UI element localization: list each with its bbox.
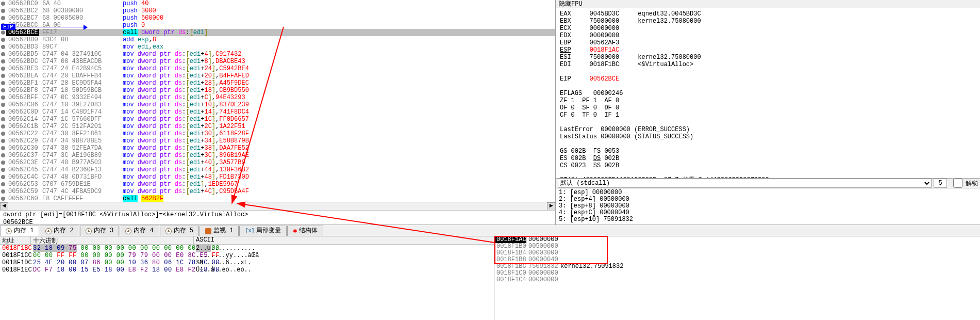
asm-row[interactable]: 00562C30C747 38 52FEA7DAmov dword ptr ds… [0, 145, 555, 152]
breakpoint-gutter[interactable] [0, 7, 6, 14]
stack-pane[interactable]: 0018F1AC000000000018F1B0005000000018F1B4… [494, 236, 980, 320]
dump-row[interactable]: 0018F1ECDC F7 18 00 15 E5 18 00 E8 F2 18… [0, 266, 494, 274]
asm-row[interactable]: 00562C06C747 10 39E27D83mov dword ptr ds… [0, 101, 555, 108]
memory-dump-pane[interactable]: 地址 十六进制 ASCII 0018F1BC32 18 09 75 00 00 … [0, 236, 494, 320]
asm-row[interactable]: 00562BCEFF17call dword ptr ds:[edi] [0, 29, 555, 36]
asm-row[interactable]: 00562C14C747 1C 57660DFFmov dword ptr ds… [0, 116, 555, 123]
asm-bytes: C747 3C AE196B89 [39, 152, 120, 159]
stack-row[interactable]: 0018F1C400000000 [494, 277, 980, 283]
asm-row[interactable]: 00562C45C747 44 B2360F13mov dword ptr ds… [0, 166, 555, 173]
asm-row[interactable]: 00562BC268 00300000push 3000 [0, 7, 555, 14]
breakpoint-gutter[interactable] [0, 108, 6, 116]
tab-内存 1[interactable]: 内存 1 [0, 226, 39, 236]
asm-row[interactable]: 00562C3EC747 40 B977A503mov dword ptr ds… [0, 159, 555, 166]
breakpoint-gutter[interactable] [0, 137, 6, 145]
breakpoint-gutter[interactable] [0, 87, 6, 94]
call-args-list[interactable]: 1: [esp] 000000002: [esp+4] 005000003: [… [556, 188, 980, 225]
breakpoint-gutter[interactable] [0, 79, 6, 87]
tab-局部变量[interactable]: [x]局部变量 [239, 226, 287, 236]
tab-内存 2[interactable]: 内存 2 [40, 226, 79, 236]
tab-结构体[interactable]: ✱结构体 [287, 226, 323, 236]
dump-row[interactable]: 0018F1CC00 00 FF FF 00 00 00 00 79 79 00… [0, 252, 494, 259]
breakpoint-gutter[interactable] [0, 145, 6, 152]
asm-row[interactable]: 00562BEAC747 20 EDAFFFB4mov dword ptr ds… [0, 72, 555, 79]
tab-label: 监视 1 [213, 226, 233, 236]
breakpoint-gutter[interactable] [0, 94, 6, 101]
dump-col-hex[interactable]: 十六进制 [31, 236, 194, 244]
breakpoint-gutter[interactable] [0, 188, 6, 195]
scroll-right-button[interactable]: ► [547, 202, 555, 211]
breakpoint-gutter[interactable] [0, 173, 6, 181]
stack-row[interactable]: 0018F1B400003000 [494, 250, 980, 257]
stack-row[interactable]: 0018F1C000000000 [494, 270, 980, 277]
dump-col-addr[interactable]: 地址 [0, 236, 31, 244]
scroll-track[interactable] [8, 202, 547, 210]
tab-监视 1[interactable]: 监视 1 [200, 226, 239, 236]
breakpoint-gutter[interactable] [0, 72, 6, 79]
asm-row[interactable]: 00562BF1C747 28 EC9D5FA4mov dword ptr ds… [0, 79, 555, 87]
asm-row[interactable]: 00562C60E8 CAFEFFFFcall 562B2F [0, 195, 555, 202]
asm-row[interactable]: 00562C0DC747 14 C48D1F74mov dword ptr ds… [0, 108, 555, 116]
asm-bytes: C747 1C 57660DFF [39, 116, 120, 123]
asm-row[interactable]: 00562BF8C747 18 50D59BCBmov dword ptr ds… [0, 87, 555, 94]
call-convention-select[interactable]: 默认 (stdcall) [558, 179, 932, 188]
asm-address: 00562BFF [6, 94, 39, 101]
breakpoint-gutter[interactable] [0, 0, 6, 7]
asm-row[interactable]: 00562C37C747 3C AE196B89mov dword ptr ds… [0, 152, 555, 159]
call-arg[interactable]: 5: [esp+10] 75091832 [559, 216, 977, 223]
asm-row[interactable]: 00562C1BC747 2C 512FA201mov dword ptr ds… [0, 123, 555, 130]
stack-row[interactable]: 0018F1AC00000000 [494, 236, 980, 243]
unlock-checkbox[interactable]: 解锁 [949, 179, 978, 188]
stack-row[interactable]: 0018F1B000500000 [494, 243, 980, 250]
breakpoint-gutter[interactable] [0, 152, 6, 159]
breakpoint-gutter[interactable] [0, 58, 6, 65]
asm-row[interactable]: 00562BC768 00005000push 500000 [0, 14, 555, 22]
breakpoint-gutter[interactable] [0, 159, 6, 166]
breakpoint-gutter[interactable] [0, 123, 6, 130]
breakpoint-gutter[interactable] [0, 36, 6, 43]
tab-内存 5[interactable]: 内存 5 [160, 226, 199, 236]
fpu-toggle[interactable]: 隐藏FPU [556, 0, 980, 8]
asm-row[interactable]: 00562BE3C747 24 E42B94C5mov dword ptr ds… [0, 65, 555, 72]
stack-row[interactable]: 0018F1BC75091832kernel32.75091832 [494, 263, 980, 270]
info-bar: dword ptr [edi]=[0018F1BC <&VirtualAlloc… [0, 210, 555, 225]
registers-view[interactable]: EAX 0045BD3C eqnedt32.0045BD3CEBX 750800… [556, 8, 980, 178]
locals-icon: [x] [245, 226, 254, 236]
breakpoint-gutter[interactable] [0, 195, 6, 202]
asm-bytes: C747 48 0D731BFD [39, 173, 120, 181]
breakpoint-gutter[interactable] [0, 130, 6, 137]
asm-row[interactable]: 00562BD5C747 04 3274910Cmov dword ptr ds… [0, 51, 555, 58]
asm-address: 00562C37 [6, 152, 39, 159]
dump-row[interactable]: 0018F1DC25 4E 20 00 07 86 00 00 10 36 80… [0, 259, 494, 266]
breakpoint-gutter[interactable] [0, 116, 6, 123]
asm-row[interactable]: 00562BDCC747 08 43BEACDBmov dword ptr ds… [0, 58, 555, 65]
asm-row[interactable]: 00562BFFC747 0C 9332E494mov dword ptr ds… [0, 94, 555, 101]
asm-instruction: mov dword ptr ds:[edi+44],130F36B2 [120, 166, 555, 173]
asm-row[interactable]: 00562BC06A 40push 40 [0, 0, 555, 7]
breakpoint-gutter[interactable] [0, 43, 6, 51]
asm-row[interactable]: 00562C4CC747 48 0D731BFDmov dword ptr ds… [0, 173, 555, 181]
asm-row[interactable]: 00562BD389C7mov edi,eax [0, 43, 555, 51]
tab-内存 4[interactable]: 内存 4 [120, 226, 159, 236]
breakpoint-gutter[interactable] [0, 101, 6, 108]
tab-内存 3[interactable]: 内存 3 [80, 226, 119, 236]
asm-row[interactable]: 00562BD083C4 08add esp,8 [0, 36, 555, 43]
breakpoint-gutter[interactable] [0, 181, 6, 188]
dump-row[interactable]: 0018F1BC32 18 09 75 00 00 00 00 00 00 00… [0, 245, 494, 252]
breakpoint-gutter[interactable] [0, 51, 6, 58]
scroll-left-button[interactable]: ◄ [0, 202, 8, 211]
struct-icon: ✱ [293, 226, 297, 236]
asm-row[interactable]: 00562C22C747 30 8FF21861mov dword ptr ds… [0, 130, 555, 137]
stack-comment [558, 250, 980, 257]
asm-row[interactable]: 00562C53C707 6759DE1Emov dword ptr ds:[e… [0, 181, 555, 188]
breakpoint-gutter[interactable] [0, 166, 6, 173]
asm-row[interactable]: 00562C59C747 4C 4FBA5DC9mov dword ptr ds… [0, 188, 555, 195]
breakpoint-gutter[interactable] [0, 65, 6, 72]
breakpoint-gutter[interactable] [0, 29, 6, 36]
disassembly-view[interactable]: 00562BC06A 40push 4000562BC268 00300000p… [0, 0, 555, 202]
asm-row[interactable]: 00562C29C747 34 9B878BE5mov dword ptr ds… [0, 137, 555, 145]
disasm-hscroll[interactable]: ◄ ► [0, 202, 555, 210]
dump-col-ascii[interactable]: ASCII [194, 236, 494, 244]
arg-count-input[interactable] [934, 179, 947, 188]
breakpoint-gutter[interactable] [0, 14, 6, 22]
